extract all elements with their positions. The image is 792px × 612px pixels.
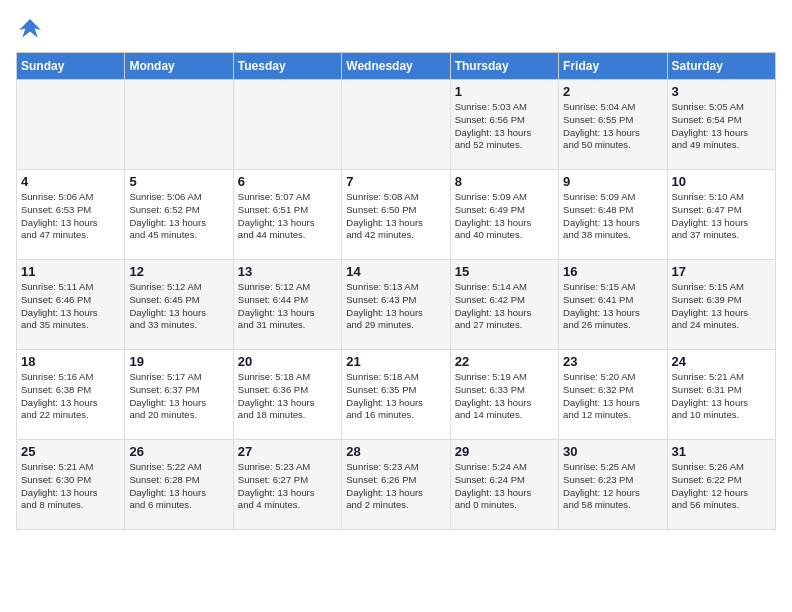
day-info: Sunrise: 5:21 AM Sunset: 6:30 PM Dayligh… [21,461,120,512]
day-number: 2 [563,84,662,99]
day-number: 6 [238,174,337,189]
day-cell: 7Sunrise: 5:08 AM Sunset: 6:50 PM Daylig… [342,170,450,260]
day-number: 18 [21,354,120,369]
day-cell [125,80,233,170]
day-info: Sunrise: 5:03 AM Sunset: 6:56 PM Dayligh… [455,101,554,152]
day-info: Sunrise: 5:18 AM Sunset: 6:36 PM Dayligh… [238,371,337,422]
day-number: 4 [21,174,120,189]
day-info: Sunrise: 5:19 AM Sunset: 6:33 PM Dayligh… [455,371,554,422]
day-cell: 5Sunrise: 5:06 AM Sunset: 6:52 PM Daylig… [125,170,233,260]
day-info: Sunrise: 5:15 AM Sunset: 6:41 PM Dayligh… [563,281,662,332]
day-cell: 17Sunrise: 5:15 AM Sunset: 6:39 PM Dayli… [667,260,775,350]
day-cell: 30Sunrise: 5:25 AM Sunset: 6:23 PM Dayli… [559,440,667,530]
day-cell: 21Sunrise: 5:18 AM Sunset: 6:35 PM Dayli… [342,350,450,440]
day-cell: 4Sunrise: 5:06 AM Sunset: 6:53 PM Daylig… [17,170,125,260]
col-header-wednesday: Wednesday [342,53,450,80]
day-cell: 27Sunrise: 5:23 AM Sunset: 6:27 PM Dayli… [233,440,341,530]
week-row-2: 4Sunrise: 5:06 AM Sunset: 6:53 PM Daylig… [17,170,776,260]
day-cell: 18Sunrise: 5:16 AM Sunset: 6:38 PM Dayli… [17,350,125,440]
day-info: Sunrise: 5:17 AM Sunset: 6:37 PM Dayligh… [129,371,228,422]
day-info: Sunrise: 5:20 AM Sunset: 6:32 PM Dayligh… [563,371,662,422]
day-cell: 25Sunrise: 5:21 AM Sunset: 6:30 PM Dayli… [17,440,125,530]
day-info: Sunrise: 5:12 AM Sunset: 6:44 PM Dayligh… [238,281,337,332]
day-number: 22 [455,354,554,369]
day-number: 7 [346,174,445,189]
day-number: 1 [455,84,554,99]
day-cell: 19Sunrise: 5:17 AM Sunset: 6:37 PM Dayli… [125,350,233,440]
day-info: Sunrise: 5:25 AM Sunset: 6:23 PM Dayligh… [563,461,662,512]
day-info: Sunrise: 5:26 AM Sunset: 6:22 PM Dayligh… [672,461,771,512]
day-info: Sunrise: 5:22 AM Sunset: 6:28 PM Dayligh… [129,461,228,512]
day-info: Sunrise: 5:06 AM Sunset: 6:52 PM Dayligh… [129,191,228,242]
day-cell: 1Sunrise: 5:03 AM Sunset: 6:56 PM Daylig… [450,80,558,170]
day-info: Sunrise: 5:14 AM Sunset: 6:42 PM Dayligh… [455,281,554,332]
day-number: 26 [129,444,228,459]
day-cell [233,80,341,170]
day-cell: 12Sunrise: 5:12 AM Sunset: 6:45 PM Dayli… [125,260,233,350]
day-number: 23 [563,354,662,369]
day-info: Sunrise: 5:23 AM Sunset: 6:27 PM Dayligh… [238,461,337,512]
day-cell: 9Sunrise: 5:09 AM Sunset: 6:48 PM Daylig… [559,170,667,260]
day-info: Sunrise: 5:11 AM Sunset: 6:46 PM Dayligh… [21,281,120,332]
col-header-tuesday: Tuesday [233,53,341,80]
day-cell: 16Sunrise: 5:15 AM Sunset: 6:41 PM Dayli… [559,260,667,350]
logo-icon [16,16,44,44]
day-info: Sunrise: 5:16 AM Sunset: 6:38 PM Dayligh… [21,371,120,422]
day-number: 28 [346,444,445,459]
day-number: 5 [129,174,228,189]
day-number: 8 [455,174,554,189]
day-number: 11 [21,264,120,279]
day-number: 17 [672,264,771,279]
day-number: 10 [672,174,771,189]
day-info: Sunrise: 5:15 AM Sunset: 6:39 PM Dayligh… [672,281,771,332]
day-info: Sunrise: 5:21 AM Sunset: 6:31 PM Dayligh… [672,371,771,422]
day-cell: 15Sunrise: 5:14 AM Sunset: 6:42 PM Dayli… [450,260,558,350]
day-cell: 11Sunrise: 5:11 AM Sunset: 6:46 PM Dayli… [17,260,125,350]
week-row-1: 1Sunrise: 5:03 AM Sunset: 6:56 PM Daylig… [17,80,776,170]
col-header-monday: Monday [125,53,233,80]
day-cell: 31Sunrise: 5:26 AM Sunset: 6:22 PM Dayli… [667,440,775,530]
svg-marker-0 [19,19,41,38]
day-cell: 2Sunrise: 5:04 AM Sunset: 6:55 PM Daylig… [559,80,667,170]
day-number: 29 [455,444,554,459]
day-number: 21 [346,354,445,369]
day-number: 24 [672,354,771,369]
day-number: 19 [129,354,228,369]
day-cell: 14Sunrise: 5:13 AM Sunset: 6:43 PM Dayli… [342,260,450,350]
day-info: Sunrise: 5:09 AM Sunset: 6:48 PM Dayligh… [563,191,662,242]
week-row-3: 11Sunrise: 5:11 AM Sunset: 6:46 PM Dayli… [17,260,776,350]
day-number: 31 [672,444,771,459]
day-cell: 8Sunrise: 5:09 AM Sunset: 6:49 PM Daylig… [450,170,558,260]
day-info: Sunrise: 5:06 AM Sunset: 6:53 PM Dayligh… [21,191,120,242]
day-cell [17,80,125,170]
day-number: 27 [238,444,337,459]
day-info: Sunrise: 5:18 AM Sunset: 6:35 PM Dayligh… [346,371,445,422]
day-info: Sunrise: 5:04 AM Sunset: 6:55 PM Dayligh… [563,101,662,152]
day-number: 15 [455,264,554,279]
day-cell: 13Sunrise: 5:12 AM Sunset: 6:44 PM Dayli… [233,260,341,350]
day-number: 30 [563,444,662,459]
day-cell: 23Sunrise: 5:20 AM Sunset: 6:32 PM Dayli… [559,350,667,440]
col-header-friday: Friday [559,53,667,80]
day-info: Sunrise: 5:08 AM Sunset: 6:50 PM Dayligh… [346,191,445,242]
week-row-4: 18Sunrise: 5:16 AM Sunset: 6:38 PM Dayli… [17,350,776,440]
day-cell: 22Sunrise: 5:19 AM Sunset: 6:33 PM Dayli… [450,350,558,440]
calendar-table: SundayMondayTuesdayWednesdayThursdayFrid… [16,52,776,530]
logo [16,16,48,44]
day-info: Sunrise: 5:09 AM Sunset: 6:49 PM Dayligh… [455,191,554,242]
day-info: Sunrise: 5:13 AM Sunset: 6:43 PM Dayligh… [346,281,445,332]
day-info: Sunrise: 5:07 AM Sunset: 6:51 PM Dayligh… [238,191,337,242]
day-cell: 26Sunrise: 5:22 AM Sunset: 6:28 PM Dayli… [125,440,233,530]
day-number: 20 [238,354,337,369]
page-header [16,16,776,44]
day-info: Sunrise: 5:05 AM Sunset: 6:54 PM Dayligh… [672,101,771,152]
day-info: Sunrise: 5:12 AM Sunset: 6:45 PM Dayligh… [129,281,228,332]
day-number: 9 [563,174,662,189]
day-number: 3 [672,84,771,99]
day-number: 16 [563,264,662,279]
day-number: 12 [129,264,228,279]
day-number: 14 [346,264,445,279]
day-cell: 3Sunrise: 5:05 AM Sunset: 6:54 PM Daylig… [667,80,775,170]
day-cell: 29Sunrise: 5:24 AM Sunset: 6:24 PM Dayli… [450,440,558,530]
header-row: SundayMondayTuesdayWednesdayThursdayFrid… [17,53,776,80]
